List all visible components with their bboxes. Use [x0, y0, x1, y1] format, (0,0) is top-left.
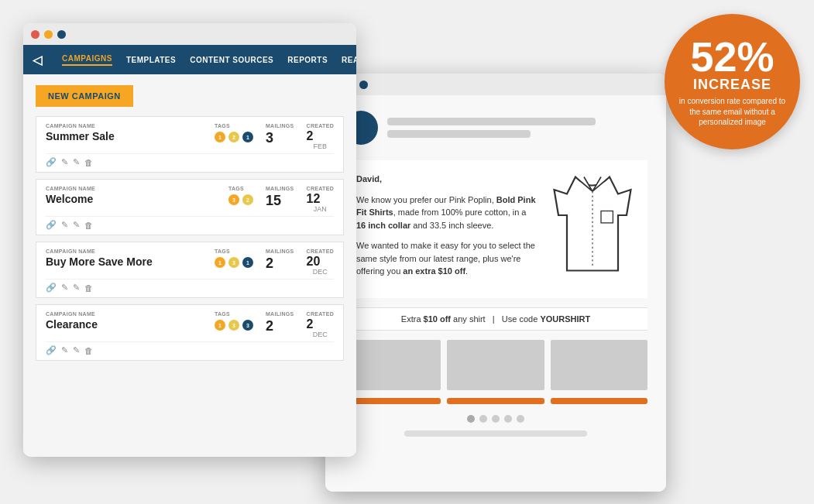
badge-increase: INCREASE [693, 77, 771, 93]
tag-2-2: 2 [242, 194, 253, 205]
product-labels [344, 398, 647, 404]
edit-icon-3[interactable]: ✎ [73, 283, 80, 293]
label-campaign-name-2: CAMPAIGN NAME [46, 186, 216, 191]
chart-icon-3[interactable]: ✎ [61, 283, 68, 293]
tags-row-2: 3 2 [228, 194, 253, 205]
edit-icon-2[interactable]: ✎ [73, 220, 80, 230]
mailings-4: 2 [266, 318, 294, 334]
campaign-card-buy-more: CAMPAIGN NAME Buy More Save More TAGS 1 … [36, 242, 344, 298]
tag-4-2: 3 [228, 320, 239, 331]
chart-icon-2[interactable]: ✎ [61, 220, 68, 230]
product-label-3 [551, 398, 647, 404]
campaign-card-welcome: CAMPAIGN NAME Welcome TAGS 3 2 MAILINGS … [36, 179, 344, 235]
label-created-1: CREATED [307, 123, 334, 129]
svg-rect-0 [601, 211, 613, 223]
label-tags-2: TAGS [228, 186, 253, 191]
tag-1-3: 1 [242, 132, 253, 142]
nav-dot-3[interactable] [492, 415, 500, 423]
label-mailings-2: MAILINGS [266, 186, 294, 191]
tag-action-icon[interactable]: 🔗 [46, 157, 57, 167]
tags-row-4: 1 3 3 [215, 320, 253, 331]
label-campaign-name-4: CAMPAIGN NAME [46, 311, 202, 317]
created-month-2: JAN [307, 205, 334, 213]
nav-bar: ◁ CAMPAIGNS TEMPLATES CONTENT SOURCES RE… [23, 45, 356, 74]
card-actions-2: 🔗 ✎ ✎ 🗑 [46, 216, 334, 231]
nav-item-content-sources[interactable]: CONTENT SOURCES [190, 56, 273, 64]
nav-logo: ◁ [33, 53, 42, 67]
chart-icon-4[interactable]: ✎ [61, 345, 68, 355]
label-created-4: CREATED [307, 311, 334, 317]
body-paragraph-2: We wanted to make it easy for you to sel… [356, 239, 538, 278]
scene: ◁ CAMPAIGNS TEMPLATES CONTENT SOURCES RE… [0, 0, 814, 504]
campaign-card-summer-sale: CAMPAIGN NAME Summer Sale TAGS 1 2 1 MAI… [36, 116, 344, 173]
product-label-2 [447, 398, 544, 404]
campaign-name-2: Welcome [46, 193, 216, 205]
label-created-2: CREATED [307, 186, 334, 191]
created-day-2: 12 [307, 193, 334, 205]
bar-chart-icon[interactable]: ✎ [61, 157, 68, 167]
tag-icon-2[interactable]: 🔗 [46, 220, 57, 230]
product-label-1 [344, 398, 441, 404]
created-month-1: FEB [307, 142, 334, 150]
nav-dot-5[interactable] [517, 415, 524, 423]
edit-icon-4[interactable]: ✎ [73, 345, 80, 355]
tag-4-3: 3 [242, 320, 253, 331]
nav-dot-1[interactable] [467, 415, 475, 423]
product-thumb-3 [551, 340, 647, 390]
campaign-content: NEW CAMPAIGN CAMPAIGN NAME Summer Sale T… [23, 74, 356, 457]
email-header-lines [387, 118, 647, 138]
window-email-preview: David, We know you prefer our Pink Popli… [325, 74, 666, 492]
nav-dot-2[interactable] [479, 415, 487, 423]
tag-1-2: 2 [228, 132, 239, 142]
card-actions-3: 🔗 ✎ ✎ 🗑 [46, 279, 334, 294]
delete-icon-3[interactable]: 🗑 [84, 283, 93, 293]
new-campaign-button[interactable]: NEW CAMPAIGN [36, 85, 133, 107]
dot-yellow [44, 30, 53, 39]
dot-blue [57, 30, 66, 39]
footer-line [404, 430, 586, 437]
nav-item-templates[interactable]: TEMPLATES [126, 56, 176, 64]
created-day-4: 2 [307, 318, 334, 331]
product-thumb-2 [447, 340, 544, 390]
promo-bar: Extra $10 off any shirt | Use code YOURS… [344, 307, 647, 331]
dot-red [31, 30, 39, 39]
nav-item-reports[interactable]: REPORTS [287, 56, 328, 64]
created-day-1: 2 [307, 130, 334, 142]
tag-4-1: 1 [215, 320, 225, 331]
card-actions-1: 🔗 ✎ ✎ 🗑 [46, 153, 334, 169]
tags-row-1: 1 2 1 [215, 132, 253, 142]
nav-dot-4[interactable] [504, 415, 512, 423]
label-mailings-3: MAILINGS [266, 249, 294, 254]
email-content: David, We know you prefer our Pink Popli… [325, 95, 666, 492]
nav-item-realtime[interactable]: REAL TIME [342, 56, 356, 64]
tag-3-3: 1 [242, 257, 253, 268]
email-header-bar [344, 111, 647, 145]
label-campaign-name-3: CAMPAIGN NAME [46, 249, 202, 254]
greeting: David, [356, 173, 538, 186]
card-actions-4: 🔗 ✎ ✎ 🗑 [46, 341, 334, 357]
label-campaign-name-1: CAMPAIGN NAME [46, 123, 202, 129]
campaign-name-3: Buy More Save More [46, 255, 202, 268]
shirt-illustration [550, 173, 635, 286]
delete-icon-2[interactable]: 🗑 [84, 221, 93, 230]
titlebar-left [23, 23, 356, 45]
product-grid [344, 340, 647, 390]
nav-item-campaigns[interactable]: CAMPAIGNS [62, 54, 112, 66]
tag-icon-4[interactable]: 🔗 [46, 345, 57, 355]
label-tags-1: TAGS [215, 123, 253, 129]
tags-row-3: 1 3 1 [215, 257, 253, 268]
delete-icon-4[interactable]: 🗑 [84, 346, 93, 355]
delete-icon[interactable]: 🗑 [84, 158, 93, 167]
tag-1-1: 1 [215, 132, 225, 142]
edit-icon[interactable]: ✎ [73, 157, 80, 167]
tag-icon-3[interactable]: 🔗 [46, 283, 57, 293]
nav-dots [344, 415, 647, 423]
header-line-1 [387, 118, 596, 125]
email-body: David, We know you prefer our Pink Popli… [344, 160, 647, 298]
tag-3-1: 1 [215, 257, 225, 268]
campaign-card-clearance: CAMPAIGN NAME Clearance TAGS 1 3 3 MAILI… [36, 304, 344, 361]
badge-description: in conversion rate compared to the same … [677, 96, 788, 128]
label-mailings-1: MAILINGS [266, 123, 294, 129]
titlebar-right [325, 74, 666, 95]
created-day-3: 20 [307, 255, 334, 268]
